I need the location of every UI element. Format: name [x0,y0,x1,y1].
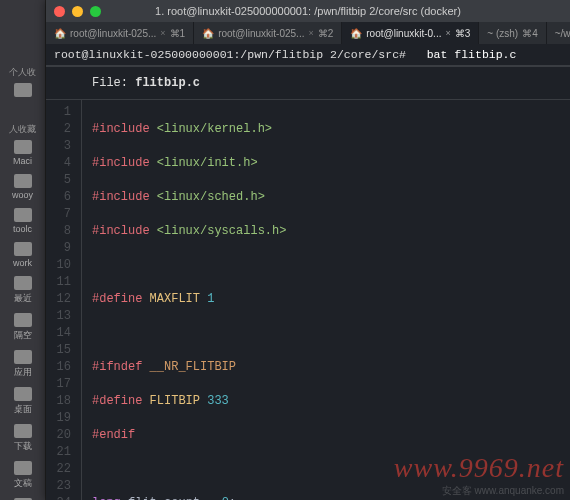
prompt-command: bat flitbip.c [427,48,517,61]
finder-sidebar: 个人收 人收藏 Maci wooy toolc work 最近 隔空 应用 桌面… [0,0,46,500]
sidebar-section: 个人收 [0,66,45,79]
close-icon[interactable] [54,6,65,17]
close-tab-icon[interactable]: × [308,28,313,38]
code-viewer: 12345 678910 1112131415 1617181920 21222… [46,100,570,500]
tab-5[interactable]: ~/wo [547,22,570,44]
downloads-icon [14,424,32,438]
recents-icon [14,276,32,290]
tab-4[interactable]: ~ (zsh)⌘4 [479,22,546,44]
maximize-icon[interactable] [90,6,101,17]
titlebar[interactable]: 1. root@linuxkit-025000000001: /pwn/flit… [46,0,570,22]
folder-icon [14,174,32,188]
tab-2[interactable]: 🏠root@linuxkit-025...×⌘2 [194,22,342,44]
shell-prompt[interactable]: root@linuxkit-025000000001:/pwn/flitbip … [46,44,570,66]
folder-icon [14,242,32,256]
documents-icon [14,461,32,475]
tab-1[interactable]: 🏠root@linuxkit-025...×⌘1 [46,22,194,44]
tab-3[interactable]: 🏠root@linuxkit-0...×⌘3 [342,22,479,44]
folder-icon [14,208,32,222]
bat-file-header: File: flitbip.c [46,66,570,100]
window-title: 1. root@linuxkit-025000000001: /pwn/flit… [46,5,570,17]
prompt-path: root@linuxkit-025000000001:/pwn/flitbip … [54,48,406,61]
line-gutter: 12345 678910 1112131415 1617181920 21222… [46,100,82,500]
minimize-icon[interactable] [72,6,83,17]
code-content[interactable]: #include <linux/kernel.h> #include <linu… [82,100,570,500]
terminal-window: 1. root@linuxkit-025000000001: /pwn/flit… [46,0,570,500]
tab-bar: 🏠root@linuxkit-025...×⌘1 🏠root@linuxkit-… [46,22,570,44]
desktop-icon [14,387,32,401]
airdrop-icon [14,313,32,327]
file-name: flitbip.c [135,76,200,90]
close-tab-icon[interactable]: × [160,28,165,38]
apps-icon [14,350,32,364]
drive-icon [14,140,32,154]
close-tab-icon[interactable]: × [445,28,450,38]
home-icon [14,83,32,97]
sidebar-section: 人收藏 [0,123,45,136]
